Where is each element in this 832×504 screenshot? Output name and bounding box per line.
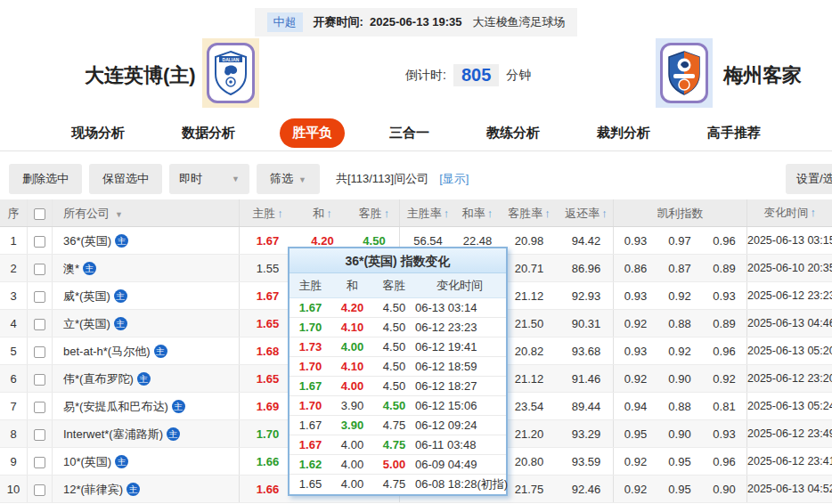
league-badge[interactable]: 中超 (267, 12, 303, 32)
match-info-inner: 中超 开赛时间: 2025-06-13 19:35 大连梭鱼湾足球场 (255, 8, 578, 37)
popup-header-away: 客胜 (373, 273, 415, 297)
header-home-odds[interactable]: 主胜↑ (239, 199, 296, 226)
home-mark-icon: 主 (154, 345, 167, 358)
sort-up-icon: ↑ (544, 207, 551, 220)
settings-button[interactable]: 设置/选 (786, 164, 832, 194)
header-return-rate[interactable]: 返还率↑ (559, 199, 613, 226)
home-mark-icon: 主 (115, 455, 128, 468)
filter-dropdown[interactable]: 筛选▼ (257, 164, 320, 194)
company-cell[interactable]: Interwet*(塞浦路斯)主 (52, 420, 239, 447)
popup-draw-odds: 4.00 (331, 475, 373, 494)
nav-tab[interactable]: 数据分析 (169, 118, 248, 148)
row-seq: 3 (0, 282, 27, 309)
nav-tab[interactable]: 胜平负 (280, 118, 345, 148)
row-checkbox[interactable] (34, 374, 45, 386)
company-name: 威*(英国) (63, 289, 110, 303)
away-rate-value: 21.12 (499, 282, 559, 309)
popup-draw-odds: 3.90 (331, 396, 373, 415)
popup-change-time: 06-12 19:41 (415, 337, 504, 356)
company-cell[interactable]: 易*(安提瓜和巴布达)主 (52, 393, 239, 419)
popup-draw-odds: 4.00 (331, 455, 373, 474)
select-all-checkbox[interactable] (34, 208, 45, 220)
row-checkbox[interactable] (34, 457, 45, 468)
company-cell[interactable]: 威*(英国)主 (52, 282, 239, 309)
nav-tab[interactable]: 现场分析 (59, 118, 137, 148)
row-checkbox[interactable] (34, 319, 45, 330)
kelly-home-value: 0.92 (613, 476, 657, 502)
header-away-odds[interactable]: 客胜↑ (349, 199, 399, 226)
popup-change-time: 06-12 18:59 (415, 357, 504, 376)
header-away-rate[interactable]: 客胜率↑ (499, 199, 559, 226)
kelly-home-value: 0.92 (613, 365, 657, 392)
home-mark-icon: 主 (126, 483, 140, 496)
row-checkbox[interactable] (34, 291, 45, 303)
row-checkbox[interactable] (34, 484, 45, 496)
change-time-value: 2025-06-13 03:15 (746, 227, 832, 254)
company-name: 易*(安提瓜和巴布达) (63, 400, 168, 413)
away-team-logo (656, 38, 713, 108)
row-checkbox-cell (27, 393, 52, 419)
popup-home-odds: 1.70 (290, 396, 331, 415)
away-rate-value: 21.50 (499, 310, 559, 337)
popup-away-odds: 4.75 (373, 416, 415, 435)
popup-home-odds: 1.67 (290, 435, 331, 454)
kelly-away-value: 0.96 (702, 227, 746, 254)
change-time-value: 2025-06-13 04:52 (746, 476, 832, 502)
popup-draw-odds: 4.00 (331, 435, 373, 454)
home-mark-icon: 主 (137, 372, 151, 386)
kelly-draw-value: 0.97 (657, 227, 702, 254)
instant-dropdown[interactable]: 即时▼ (169, 164, 249, 194)
row-checkbox[interactable] (34, 402, 45, 413)
nav-tab[interactable]: 高手推荐 (695, 118, 773, 148)
header-draw-rate[interactable]: 和率↑ (456, 199, 499, 226)
row-checkbox-cell (27, 420, 52, 447)
sort-up-icon: ↑ (326, 207, 332, 220)
row-checkbox[interactable] (34, 346, 45, 358)
nav-tab[interactable]: 教练分析 (474, 118, 552, 148)
header-change-time[interactable]: 变化时间↑ (746, 199, 832, 226)
row-seq: 8 (0, 420, 27, 447)
header-home-rate[interactable]: 主胜率↑ (399, 199, 456, 226)
keep-selected-button[interactable]: 保留选中 (89, 164, 162, 194)
venue: 大连梭鱼湾足球场 (472, 14, 565, 30)
nav-tab[interactable]: 裁判分析 (584, 118, 663, 148)
home-team-crest-icon: DALIAN (207, 43, 255, 103)
table-toolbar: 删除选中 保留选中 即时▼ 筛选▼ 共[113/113]间公司 [显示] 设置/… (9, 164, 832, 193)
home-mark-icon: 主 (172, 400, 185, 413)
row-checkbox[interactable] (34, 264, 45, 275)
popup-title: 36*(英国) 指数变化 (290, 248, 506, 273)
popup-home-odds: 1.67 (290, 298, 331, 317)
popup-row: 1.67 4.00 4.75 06-11 03:48 (290, 435, 506, 455)
row-seq: 5 (0, 337, 27, 364)
row-checkbox-cell (27, 310, 52, 337)
popup-home-odds: 1.70 (290, 318, 331, 337)
change-time-value: 2025-06-13 04:46 (746, 310, 832, 337)
sort-up-icon: ↑ (487, 207, 493, 220)
header-draw-odds[interactable]: 和↑ (296, 199, 349, 226)
company-cell[interactable]: 澳*主 (52, 255, 239, 281)
company-cell[interactable]: 12*(菲律宾)主 (52, 476, 239, 502)
kelly-home-value: 0.86 (613, 255, 657, 281)
nav-tab[interactable]: 三合一 (377, 118, 442, 148)
company-cell[interactable]: 立*(英国)主 (52, 310, 239, 337)
away-rate-value: 20.80 (499, 448, 559, 475)
away-rate-value: 21.12 (499, 365, 559, 392)
show-link[interactable]: [显示] (439, 171, 469, 187)
away-rate-value: 21.75 (499, 476, 559, 502)
delete-selected-button[interactable]: 删除选中 (9, 164, 82, 194)
header-company[interactable]: 所有公司▼ (52, 199, 239, 226)
company-cell[interactable]: bet-at-h*(马尔他)主 (52, 337, 239, 364)
company-cell[interactable]: 伟*(直布罗陀)主 (52, 365, 239, 392)
kelly-draw-value: 0.88 (657, 393, 702, 419)
row-checkbox-cell (27, 365, 52, 392)
popup-home-odds: 1.73 (290, 337, 331, 356)
kelly-away-value: 0.96 (702, 337, 746, 364)
company-cell[interactable]: 36*(英国)主 (52, 227, 239, 254)
row-checkbox[interactable] (34, 236, 45, 248)
company-cell[interactable]: 10*(英国)主 (52, 448, 239, 475)
away-rate-value: 20.82 (499, 337, 559, 364)
popup-change-time: 06-12 23:23 (415, 318, 504, 337)
sort-up-icon: ↑ (810, 207, 815, 219)
company-name: 12*(菲律宾) (63, 483, 123, 496)
row-checkbox[interactable] (34, 429, 45, 441)
